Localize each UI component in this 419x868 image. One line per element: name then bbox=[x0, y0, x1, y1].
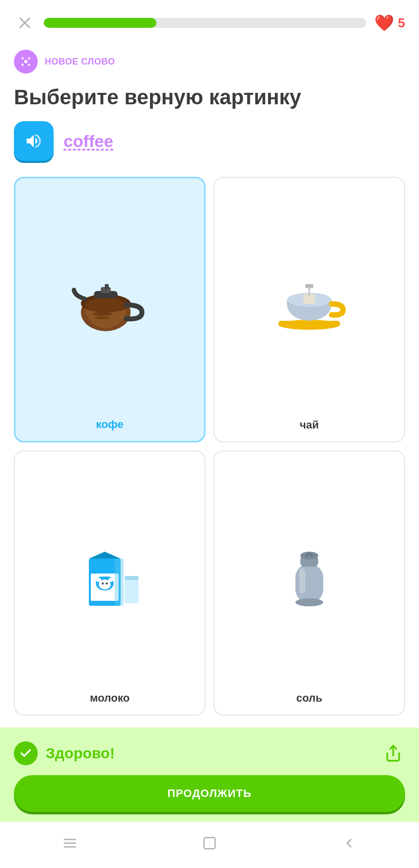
success-message: Здорово! bbox=[46, 745, 115, 762]
svg-rect-34 bbox=[125, 576, 139, 603]
card-image-salt bbox=[220, 461, 398, 686]
success-left: Здорово! bbox=[14, 741, 115, 765]
card-milk[interactable]: молоко bbox=[14, 450, 206, 716]
svg-point-39 bbox=[305, 554, 308, 557]
word-label: coffee bbox=[64, 132, 113, 151]
word-row: coffee bbox=[0, 121, 419, 177]
lives-count: 5 bbox=[398, 15, 405, 31]
lesson-type-label: НОВОЕ СЛОВО bbox=[45, 57, 115, 67]
continue-button[interactable]: ПРОДОЛЖИТЬ bbox=[14, 775, 405, 812]
svg-point-43 bbox=[295, 598, 323, 606]
cards-grid: кофе чай bbox=[0, 177, 419, 716]
svg-point-29 bbox=[102, 582, 104, 584]
progress-fill bbox=[44, 18, 156, 28]
card-tea[interactable]: чай bbox=[213, 177, 405, 442]
card-image-milk bbox=[21, 461, 199, 686]
new-word-icon bbox=[14, 50, 38, 73]
heart-icon: ❤️ bbox=[374, 13, 394, 32]
svg-point-5 bbox=[21, 64, 23, 66]
close-button[interactable] bbox=[14, 12, 36, 34]
page-title: Выберите верную картинку bbox=[0, 77, 419, 121]
card-label-milk: молоко bbox=[90, 692, 130, 705]
success-row: Здорово! bbox=[14, 741, 405, 765]
svg-point-30 bbox=[106, 582, 108, 584]
svg-point-31 bbox=[96, 578, 101, 582]
card-salt[interactable]: соль bbox=[213, 450, 405, 716]
success-panel: Здорово! ПРОДОЛЖИТЬ bbox=[0, 727, 419, 822]
card-label-tea: чай bbox=[300, 419, 319, 432]
card-image-tea bbox=[220, 188, 398, 412]
menu-icon[interactable] bbox=[59, 832, 81, 854]
svg-rect-42 bbox=[299, 569, 305, 593]
svg-point-15 bbox=[95, 316, 110, 319]
card-coffee[interactable]: кофе bbox=[14, 177, 206, 442]
svg-rect-13 bbox=[105, 284, 109, 289]
svg-point-41 bbox=[308, 552, 311, 555]
bottom-nav bbox=[0, 822, 419, 868]
top-bar: ❤️ 5 bbox=[0, 0, 419, 40]
svg-rect-22 bbox=[305, 284, 313, 288]
svg-rect-33 bbox=[115, 559, 124, 606]
svg-rect-35 bbox=[125, 576, 139, 580]
card-label-coffee: кофе bbox=[96, 418, 123, 431]
progress-track bbox=[44, 18, 366, 28]
svg-point-40 bbox=[310, 554, 313, 557]
lives-display: ❤️ 5 bbox=[374, 13, 405, 32]
svg-point-2 bbox=[24, 60, 28, 64]
svg-rect-17 bbox=[279, 321, 340, 326]
card-label-salt: соль bbox=[296, 692, 323, 705]
svg-point-3 bbox=[21, 57, 23, 59]
svg-rect-48 bbox=[204, 838, 215, 849]
svg-point-10 bbox=[85, 298, 127, 312]
card-image-coffee bbox=[21, 188, 198, 412]
check-circle bbox=[14, 741, 38, 765]
svg-point-6 bbox=[28, 64, 30, 66]
back-icon[interactable] bbox=[338, 832, 360, 854]
svg-point-4 bbox=[28, 57, 30, 59]
lesson-label-row: НОВОЕ СЛОВО bbox=[0, 40, 419, 77]
share-button[interactable] bbox=[381, 741, 405, 765]
svg-point-14 bbox=[92, 312, 112, 316]
svg-point-32 bbox=[108, 578, 113, 582]
home-square-icon[interactable] bbox=[199, 832, 220, 854]
sound-button[interactable] bbox=[14, 121, 54, 161]
